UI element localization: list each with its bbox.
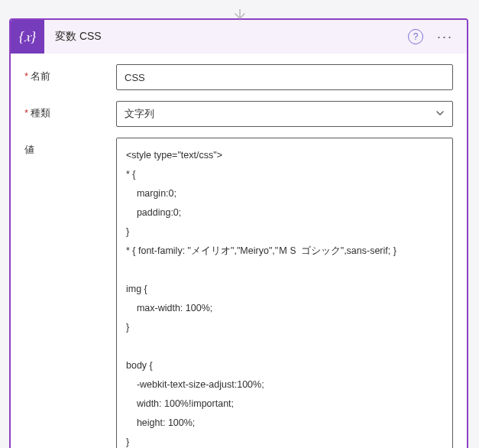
type-select[interactable]: 文字列 <box>116 101 453 127</box>
variable-action-card: {𝑥} 変数 CSS ? ··· 名前 種類 文字列 <box>9 18 468 448</box>
header-actions: ? ··· <box>408 29 459 44</box>
control-type: 文字列 <box>116 101 453 127</box>
variable-glyph: {𝑥} <box>19 29 36 45</box>
name-input[interactable] <box>116 64 453 90</box>
control-value: <style type="text/css"> * { margin:0; pa… <box>116 138 453 448</box>
chevron-down-icon <box>435 109 445 120</box>
label-name: 名前 <box>24 64 116 83</box>
value-editor[interactable]: <style type="text/css"> * { margin:0; pa… <box>116 138 453 448</box>
row-type: 種類 文字列 <box>24 101 453 127</box>
row-value: 値 <style type="text/css"> * { margin:0; … <box>24 138 453 448</box>
row-name: 名前 <box>24 64 453 90</box>
card-body: 名前 種類 文字列 値 <style type="text/css"> * { … <box>11 54 467 448</box>
card-title: 変数 CSS <box>44 30 408 44</box>
card-header[interactable]: {𝑥} 変数 CSS ? ··· <box>11 20 467 54</box>
more-icon[interactable]: ··· <box>435 30 455 44</box>
control-name <box>116 64 453 90</box>
label-type: 種類 <box>24 101 116 120</box>
help-icon[interactable]: ? <box>408 29 423 44</box>
variable-icon: {𝑥} <box>11 20 44 54</box>
type-select-value: 文字列 <box>125 107 154 121</box>
label-value: 値 <box>24 138 116 157</box>
